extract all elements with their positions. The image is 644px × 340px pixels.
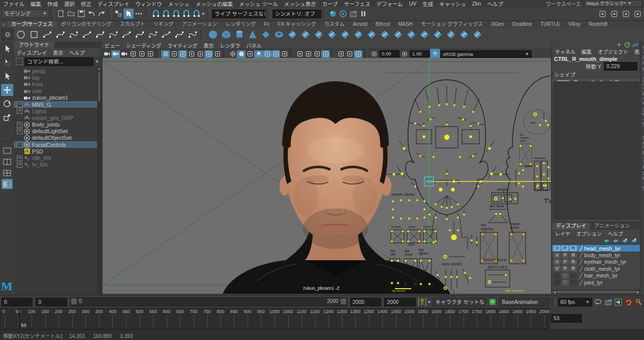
- xray-icon[interactable]: [313, 50, 321, 58]
- viewport-menu-2[interactable]: ライティング: [164, 42, 200, 49]
- nurbs-plane-icon[interactable]: [259, 28, 272, 41]
- selection-mask-icon[interactable]: [16, 58, 23, 65]
- chevron-down-icon[interactable]: ▼: [95, 59, 99, 64]
- step-forward-key-button[interactable]: [621, 315, 629, 322]
- layer-row-cloth_mesh_lyr[interactable]: VPR╱cloth_mesh_lyr: [552, 265, 640, 272]
- pause-icon[interactable]: [358, 9, 369, 19]
- safe-title-icon[interactable]: [213, 50, 222, 58]
- no-audio-icon[interactable]: [593, 297, 603, 307]
- outliner-menu-1[interactable]: 表示: [50, 49, 66, 56]
- outliner-tab[interactable]: アウトライナ: [14, 42, 54, 48]
- ipr-render-icon[interactable]: [338, 9, 348, 19]
- gamma-field[interactable]: 1.00: [410, 50, 430, 57]
- shadows-icon[interactable]: [263, 50, 271, 58]
- speed-state-icon[interactable]: [624, 42, 630, 48]
- layer-p-toggle[interactable]: P: [562, 253, 569, 258]
- expand-toggle-icon[interactable]: +: [17, 108, 22, 114]
- graph-icon[interactable]: [632, 42, 638, 48]
- surface-fillet-icon[interactable]: [444, 28, 457, 41]
- outliner-tree[interactable]: persptopfrontsidezukun_pbcam1+MNS_G+Ligh…: [14, 67, 97, 295]
- viewport-menu-1[interactable]: シェーディング: [123, 42, 164, 49]
- expand-toggle-icon[interactable]: +: [17, 162, 22, 168]
- layer-r-toggle[interactable]: R: [570, 245, 577, 251]
- layer-r-toggle[interactable]: R: [570, 266, 577, 271]
- layer-r-toggle[interactable]: R: [570, 253, 577, 258]
- select-component-icon[interactable]: [134, 9, 144, 19]
- layer-r-toggle[interactable]: R: [570, 259, 577, 265]
- view-transform-icon[interactable]: [430, 49, 440, 59]
- outliner-item-defaultLightSet[interactable]: +defaultLightSet: [14, 128, 97, 135]
- layer-p-toggle[interactable]: P: [562, 266, 569, 271]
- channelbox-menu-1[interactable]: 編集: [578, 48, 595, 55]
- layer-v-toggle[interactable]: [554, 273, 561, 279]
- menu-13[interactable]: デフォーム: [373, 0, 406, 8]
- bezier-curve-icon[interactable]: [80, 28, 93, 41]
- expand-toggle-icon[interactable]: +: [17, 122, 22, 128]
- two-pane-layout-icon[interactable]: [2, 157, 13, 167]
- shaded-icon[interactable]: [237, 50, 246, 58]
- range-slider-left-handle[interactable]: [71, 298, 77, 304]
- play-forwards-button[interactable]: [614, 315, 621, 322]
- film-gate-icon[interactable]: [170, 50, 178, 58]
- attribute-editor-icon[interactable]: [621, 9, 631, 19]
- anim-start-field[interactable]: 0: [36, 298, 67, 306]
- textured-icon[interactable]: [246, 50, 254, 58]
- set-key-icon[interactable]: [417, 297, 427, 307]
- playback-end-field[interactable]: 2000: [384, 298, 415, 306]
- image-plane-icon[interactable]: [137, 50, 146, 58]
- paint-select-tool-icon[interactable]: [1, 70, 13, 82]
- menu-6[interactable]: ウィンドウ: [132, 0, 165, 8]
- step-back-key-button[interactable]: [598, 315, 606, 322]
- revolve-icon[interactable]: [286, 28, 298, 41]
- outliner-item-top[interactable]: top: [14, 74, 97, 81]
- extend-curve-icon[interactable]: [146, 28, 159, 41]
- snap-view-plane-icon[interactable]: [191, 9, 201, 19]
- planar-icon[interactable]: [312, 28, 325, 41]
- playblast-icon[interactable]: [348, 9, 358, 19]
- circular-fillet-icon[interactable]: [365, 28, 378, 41]
- ep-curve-icon[interactable]: [67, 28, 80, 41]
- birail-icon[interactable]: [339, 28, 351, 41]
- menu-15[interactable]: 生成: [419, 0, 436, 8]
- menu-1[interactable]: 編集: [27, 0, 44, 8]
- cv-curve-icon[interactable]: [41, 28, 53, 41]
- command-search-input[interactable]: コマンド検索...: [24, 57, 94, 66]
- outliner-scrollbar[interactable]: ▲: [97, 67, 101, 295]
- channelbox-menu-2[interactable]: オブジェクト: [595, 48, 631, 55]
- layer-hscrollbar[interactable]: ◀ ▶: [553, 290, 639, 294]
- live-surface-field[interactable]: ライブ サーフェスなし: [212, 10, 266, 18]
- grid-icon[interactable]: [161, 50, 170, 58]
- bookmark-icon[interactable]: [129, 50, 137, 58]
- layer-p-toggle[interactable]: P: [562, 245, 569, 251]
- menu-0[interactable]: ファイル: [0, 0, 27, 8]
- facial-controls-rig[interactable]: mouth stickyinwardspursefunnelOHlipsbite…: [385, 58, 551, 294]
- untrim-icon[interactable]: [405, 28, 417, 41]
- attr-value-field[interactable]: 0.229: [604, 62, 637, 71]
- camera-icon[interactable]: [111, 50, 120, 58]
- curve-fillet-icon[interactable]: [94, 28, 106, 41]
- layer-empty-icon[interactable]: [603, 238, 610, 243]
- viewport-3d-view[interactable]: mouth stickyinwardspursefunnelOHlipsbite…: [103, 58, 551, 294]
- intersect-icon[interactable]: [418, 28, 431, 41]
- menu-14[interactable]: UV: [406, 1, 420, 7]
- outliner-menu-2[interactable]: ヘルプ: [66, 49, 87, 56]
- snap-curve-icon[interactable]: [161, 9, 171, 19]
- freeform-fillet-icon[interactable]: [378, 28, 391, 41]
- nurbs-sphere-icon[interactable]: [206, 28, 219, 41]
- sculpt-surface-icon[interactable]: [471, 28, 483, 41]
- layer-row-head_mesh_lyr[interactable]: VPR╱head_mesh_lyr: [552, 245, 640, 252]
- side-tab-0[interactable]: チャネル ボックス / レイヤ エディタ: [640, 46, 644, 127]
- menu-5[interactable]: ディスプレイ: [95, 0, 132, 8]
- layer-r-toggle[interactable]: [570, 273, 577, 279]
- time-slider[interactable]: 0501001502002503003504004505005506006507…: [0, 308, 550, 329]
- outliner-item-defaultObjectSet[interactable]: defaultObjectSet: [14, 135, 97, 141]
- outliner-item-zukun_pbcam1[interactable]: zukun_pbcam1: [14, 95, 97, 101]
- rebuild-curve-icon[interactable]: [173, 28, 186, 41]
- boundary-icon[interactable]: [352, 28, 364, 41]
- workspace-select[interactable]: Maya クラシック* ▼: [584, 0, 642, 7]
- outliner-item-Body_joints[interactable]: +Body_joints: [14, 121, 97, 128]
- menu-3[interactable]: 選択: [61, 0, 78, 8]
- motion-blur-icon[interactable]: [280, 50, 289, 58]
- step-forward-frame-button[interactable]: [629, 315, 636, 322]
- menu-12[interactable]: サーフェス: [341, 0, 374, 8]
